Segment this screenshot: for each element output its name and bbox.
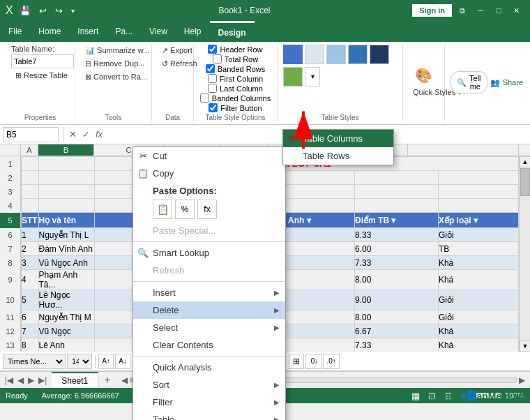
style-swatch-5[interactable]	[370, 45, 389, 64]
ctx-cut[interactable]: ✂ Cut	[133, 147, 285, 165]
cell-8a[interactable]: 3	[21, 256, 38, 270]
cell-4h[interactable]	[438, 199, 518, 213]
scroll-right-button[interactable]: ▶	[517, 375, 527, 385]
redo-icon[interactable]: ↪	[53, 4, 65, 17]
quick-save-icon[interactable]: 💾	[17, 4, 33, 17]
filter-button-check[interactable]: Filter Button	[209, 103, 262, 112]
cell-11a[interactable]: 6	[21, 310, 38, 324]
cell-9g[interactable]: 8.00	[355, 270, 439, 290]
cell-8g[interactable]: 7.33	[355, 256, 439, 270]
cell-10a[interactable]: 5	[21, 290, 38, 310]
ctx-copy[interactable]: 📋 Copy	[133, 165, 285, 182]
scroll-left-button[interactable]: ◀	[119, 375, 130, 385]
ctx-smart-lookup[interactable]: 🔍 Smart Lookup	[133, 244, 285, 262]
cell-1b[interactable]	[38, 157, 94, 171]
maximize-button[interactable]: □	[491, 3, 506, 18]
first-column-check[interactable]: First Column	[208, 74, 263, 83]
decrease-font-button[interactable]: A↓	[115, 354, 130, 369]
cell-8b[interactable]: Vũ Ngọc Anh	[38, 256, 94, 270]
last-sheet-button[interactable]: ▶|	[36, 375, 49, 385]
sub-table-rows[interactable]: Table Rows	[283, 147, 393, 165]
cell-11h[interactable]: Giỏi	[438, 310, 518, 324]
cell-12h[interactable]: Khá	[438, 324, 518, 338]
cell-2a[interactable]	[21, 171, 38, 185]
cell-13h[interactable]: Khá	[438, 338, 518, 352]
cell-10h[interactable]: Giỏi	[438, 290, 518, 310]
summarize-button[interactable]: 📊 Summarize w...	[81, 45, 146, 57]
style-swatch-6[interactable]	[283, 67, 303, 87]
last-column-check[interactable]: Last Column	[208, 84, 263, 93]
cell-13b[interactable]: Lê Anh	[38, 338, 94, 352]
cell-11g[interactable]: 8.00	[355, 310, 439, 324]
scroll-up-button[interactable]: ▲	[520, 156, 530, 167]
next-sheet-button[interactable]: ▶	[26, 375, 36, 385]
cell-2h[interactable]	[438, 171, 518, 185]
cell-4a[interactable]	[21, 199, 38, 213]
inc-decimal-button[interactable]: .0↑	[323, 354, 339, 369]
cell-5b[interactable]: Họ và tên	[38, 213, 94, 228]
minimize-button[interactable]: ─	[473, 3, 488, 18]
restore-button[interactable]: ⧉	[455, 3, 470, 18]
cell-6h[interactable]: Giỏi	[438, 228, 518, 242]
scroll-down-button[interactable]: ▼	[520, 340, 530, 352]
cell-7b[interactable]: Đàm Vĩnh Anh	[38, 242, 94, 256]
tab-page-layout[interactable]: Pa...	[107, 21, 141, 42]
cell-6g[interactable]: 8.33	[355, 228, 439, 242]
cell-12b[interactable]: Vũ Ngọc	[38, 324, 94, 338]
cell-7g[interactable]: 6.00	[355, 242, 439, 256]
header-row-check[interactable]: Header Row	[208, 45, 262, 54]
cell-9b[interactable]: Phạm Anh Tâ...	[38, 270, 94, 290]
cell-7a[interactable]: 2	[21, 242, 38, 256]
vertical-scrollbar[interactable]: ▲ ▼	[519, 156, 530, 352]
ctx-refresh[interactable]: Refresh	[133, 262, 285, 279]
cell-10g[interactable]: 9.00	[355, 290, 439, 310]
cell-7h[interactable]: TB	[438, 242, 518, 256]
sub-table-columns[interactable]: ✕ Table Columns	[283, 130, 393, 147]
font-select[interactable]: Times Ne...	[3, 354, 66, 369]
sign-in-button[interactable]: Sign in	[412, 4, 452, 17]
convert-to-range-button[interactable]: ⊠ Convert to Ra...	[81, 71, 146, 83]
tab-help[interactable]: Help	[176, 21, 210, 42]
quick-access-more[interactable]: ▾	[69, 6, 77, 16]
tab-file[interactable]: File	[0, 21, 30, 42]
normal-view-button[interactable]: ▦	[411, 391, 420, 401]
name-box[interactable]	[3, 127, 59, 142]
style-swatch-more[interactable]: ▾	[305, 67, 320, 87]
cell-9h[interactable]: Khá	[438, 270, 518, 290]
export-button[interactable]: ↗ Export	[158, 45, 188, 57]
increase-font-button[interactable]: A↑	[98, 354, 114, 369]
share-button[interactable]: 👥 Share	[490, 78, 523, 87]
tab-view[interactable]: View	[141, 21, 176, 42]
style-swatch-4[interactable]	[348, 45, 368, 64]
scroll-track[interactable]	[520, 167, 530, 340]
style-swatch-2[interactable]	[305, 45, 324, 64]
cell-5h[interactable]: Xếp loại ▾	[438, 213, 518, 228]
confirm-formula-button[interactable]: ✓	[81, 128, 91, 141]
cell-4b[interactable]	[38, 199, 94, 213]
cell-6a[interactable]: 1	[21, 228, 38, 242]
sheet-tab-sheet1[interactable]: Sheet1	[52, 372, 98, 388]
close-button[interactable]: ✕	[509, 3, 524, 18]
tab-design[interactable]: Design	[210, 21, 255, 42]
ctx-clear-contents[interactable]: Clear Contents	[133, 336, 285, 354]
tab-home[interactable]: Home	[30, 21, 69, 42]
banded-rows-check[interactable]: Banded Rows	[206, 64, 266, 73]
cell-2b[interactable]	[38, 171, 94, 185]
style-swatch-3[interactable]	[326, 45, 346, 64]
cell-10b[interactable]: Lê Ngọc Hươ...	[38, 290, 94, 310]
dec-decimal-button[interactable]: .0↓	[305, 354, 321, 369]
ctx-sort[interactable]: Sort	[133, 376, 285, 393]
resize-table-button[interactable]: ⊞ Resize Table	[11, 70, 69, 82]
ctx-select[interactable]: Select	[133, 319, 285, 336]
cell-6b[interactable]: Nguyễn Thị L	[38, 228, 94, 242]
ctx-table[interactable]: Table	[133, 411, 285, 420]
cell-11b[interactable]: Nguyễn Thị M	[38, 310, 94, 324]
table-name-input[interactable]	[11, 54, 74, 68]
tell-me-button[interactable]: 🔍 Tell me	[450, 71, 487, 93]
ctx-insert[interactable]: Insert	[133, 284, 285, 301]
font-size-select[interactable]: 14	[67, 354, 92, 369]
cell-5g[interactable]: Điểm TB ▾	[355, 213, 439, 228]
insert-function-button[interactable]: fx	[94, 128, 104, 141]
border-button[interactable]: ⊞	[289, 354, 304, 369]
refresh-button[interactable]: ↺ Refresh	[158, 58, 188, 70]
